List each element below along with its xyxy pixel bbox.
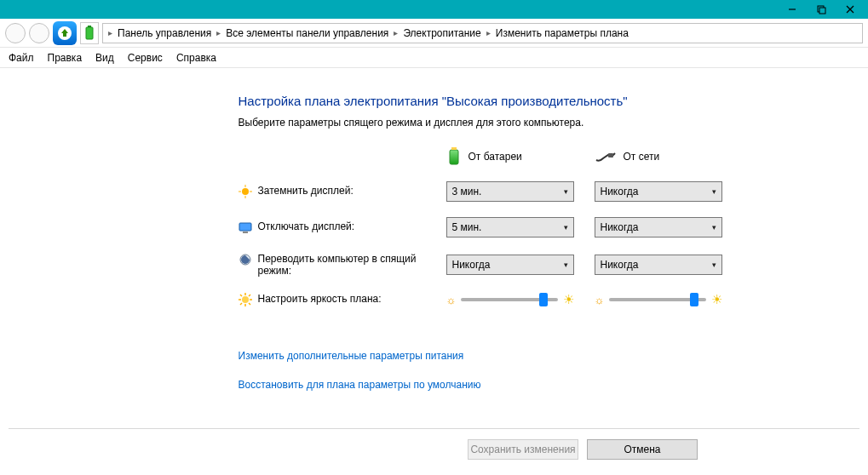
row-sleep-label: Переводить компьютер в спящий режим: [239,253,434,277]
footer-separator [9,428,859,429]
svg-rect-17 [243,232,248,233]
sun-max-icon: ☀ [563,292,574,307]
dim-icon [239,185,252,198]
display-off-icon [239,220,252,234]
chevron-right-icon: ▸ [216,28,221,37]
chevron-down-icon: ▾ [564,223,568,232]
address-bar[interactable]: ▸ Панель управления ▸ Все элементы панел… [102,23,863,43]
close-button[interactable] [836,1,865,18]
slider-track[interactable] [609,298,705,301]
row-dim-label: Затемнить дисплей: [239,185,434,198]
dim-plugged-combo[interactable]: Никогда▾ [595,181,722,202]
chevron-right-icon: ▸ [486,28,491,37]
sun-max-icon: ☀ [711,292,722,307]
svg-rect-16 [239,223,251,231]
menu-file[interactable]: Файл [9,52,34,64]
maximize-button[interactable] [807,1,836,18]
column-header-label: От сети [624,151,660,163]
battery-icon [446,147,462,166]
cancel-button[interactable]: Отмена [587,439,698,460]
page-subtitle: Выберите параметры спящего режима и дисп… [239,117,716,129]
slider-track[interactable] [461,298,557,301]
svg-rect-6 [86,27,93,39]
brightness-icon [239,293,252,306]
svg-rect-7 [88,26,91,27]
settings-grid: От батареи От сети Затемнить дисплей: 3 … [239,147,716,307]
sleep-plugged-combo[interactable]: Никогда▾ [595,255,722,275]
chevron-right-icon: ▸ [108,28,112,37]
menu-bar: Файл Правка Вид Сервис Справка [0,48,868,68]
svg-line-27 [240,303,242,305]
sleep-icon [239,253,252,266]
plug-icon [595,150,617,163]
chevron-down-icon: ▾ [712,223,716,232]
footer-buttons: Сохранить изменения Отмена [468,439,698,460]
chevron-down-icon: ▾ [712,187,716,196]
menu-help[interactable]: Справка [176,52,216,64]
save-button: Сохранить изменения [468,439,578,460]
column-header-label: От батареи [468,151,522,163]
back-button[interactable] [5,23,26,43]
off-battery-combo[interactable]: 5 мин.▾ [446,217,574,238]
svg-rect-2 [819,8,825,14]
chevron-down-icon: ▾ [712,260,716,269]
off-plugged-combo[interactable]: Никогда▾ [595,217,722,238]
window-titlebar [0,0,868,19]
main-panel: Настройка плана электропитания "Высокая … [153,94,716,391]
menu-service[interactable]: Сервис [128,52,163,64]
menu-edit[interactable]: Правка [48,52,83,64]
breadcrumb-item[interactable]: Электропитание [403,27,480,39]
row-off-label: Отключать дисплей: [239,220,434,234]
forward-button[interactable] [29,23,49,43]
svg-rect-10 [608,153,613,157]
chevron-right-icon: ▸ [394,28,398,37]
svg-rect-9 [451,147,457,150]
menu-view[interactable]: Вид [95,52,114,64]
row-brightness-label: Настроить яркость плана: [239,293,434,306]
column-header-plugged: От сети [595,150,731,163]
svg-line-25 [249,303,250,305]
column-header-battery: От батареи [446,147,583,166]
chevron-down-icon: ▾ [564,260,568,269]
minimize-button[interactable] [778,1,807,18]
link-restore-defaults[interactable]: Восстановить для плана параметры по умол… [239,379,716,391]
breadcrumb-item[interactable]: Все элементы панели управления [226,27,388,39]
brightness-plugged-slider[interactable]: ☼ ☀ [595,292,722,307]
link-advanced-settings[interactable]: Изменить дополнительные параметры питани… [239,350,716,362]
links-block: Изменить дополнительные параметры питани… [239,350,716,391]
breadcrumb-item[interactable]: Панель управления [118,27,211,39]
page-title: Настройка плана электропитания "Высокая … [239,94,716,108]
navigation-bar: ▸ Панель управления ▸ Все элементы панел… [0,19,868,48]
up-button[interactable] [53,21,77,45]
sun-min-icon: ☼ [446,294,457,306]
brightness-battery-slider[interactable]: ☼ ☀ [446,292,574,307]
svg-point-11 [242,188,249,195]
sun-min-icon: ☼ [595,294,605,306]
svg-point-19 [242,296,249,303]
sleep-battery-combo[interactable]: Никогда▾ [446,255,574,275]
chevron-down-icon: ▾ [564,187,568,196]
svg-line-26 [249,295,250,296]
dim-battery-combo[interactable]: 3 мин.▾ [446,181,574,202]
svg-rect-8 [450,150,458,164]
svg-line-24 [240,295,242,296]
location-icon[interactable] [80,22,99,44]
breadcrumb-current: Изменить параметры плана [496,27,629,39]
